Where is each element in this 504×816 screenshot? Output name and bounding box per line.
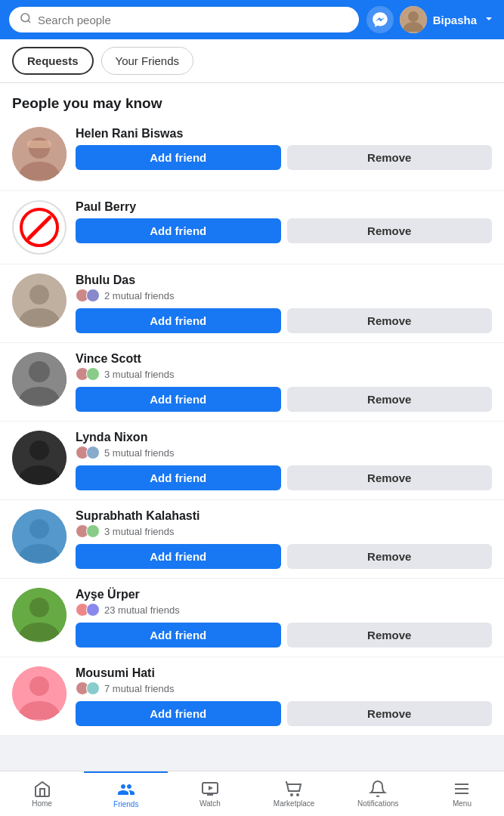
person-info: Paul Berry Add friend Remove [76, 200, 492, 243]
search-bar[interactable] [9, 7, 359, 32]
nav-menu-label: Menu [453, 799, 472, 808]
person-actions: Add friend Remove [76, 308, 492, 333]
add-friend-button[interactable]: Add friend [76, 465, 281, 490]
person-info: Bhulu Das 2 mutual friends Add friend Re… [76, 274, 492, 333]
svg-point-10 [29, 361, 50, 382]
person-actions: Add friend Remove [76, 218, 492, 243]
people-list: Helen Rani Biswas Add friend Remove Paul… [0, 118, 504, 736]
header-right: Bipasha [366, 6, 495, 33]
svg-rect-6 [27, 141, 51, 148]
mutual-count-text: 2 mutual friends [104, 290, 175, 301]
nav-menu[interactable]: Menu [420, 771, 504, 816]
mutual-avatars [76, 682, 97, 695]
mutual-friends-row: 2 mutual friends [76, 289, 492, 302]
mutual-avatars [76, 446, 97, 459]
remove-button[interactable]: Remove [287, 387, 493, 412]
avatar [12, 666, 66, 721]
mutual-friends-row: 5 mutual friends [76, 446, 492, 459]
list-item: Bhulu Das 2 mutual friends Add friend Re… [0, 264, 504, 343]
add-friend-button[interactable]: Add friend [76, 701, 281, 726]
avatar [12, 509, 66, 564]
avatar [12, 127, 66, 181]
list-item: Mousumi Hati 7 mutual friends Add friend… [0, 657, 504, 736]
svg-point-3 [408, 11, 419, 22]
bottom-nav: Home Friends Watch Marketplace Notificat… [0, 771, 504, 816]
tab-your-friends[interactable]: Your Friends [101, 47, 194, 75]
mutual-friends-row: 3 mutual friends [76, 524, 492, 538]
remove-button[interactable]: Remove [287, 623, 493, 648]
add-friend-button[interactable]: Add friend [76, 308, 281, 333]
list-item: Paul Berry Add friend Remove [0, 191, 504, 264]
nav-watch[interactable]: Watch [168, 771, 252, 816]
chevron-down-icon[interactable] [483, 13, 495, 27]
mutual-count-text: 23 mutual friends [104, 604, 180, 616]
mutual-friends-row: 3 mutual friends [76, 367, 492, 381]
person-actions: Add friend Remove [76, 623, 492, 648]
mutual-friends-row: 7 mutual friends [76, 682, 492, 695]
person-name: Paul Berry [76, 200, 492, 214]
username-label: Bipasha [433, 14, 477, 26]
person-info: Mousumi Hati 7 mutual friends Add friend… [76, 666, 492, 726]
add-friend-button[interactable]: Add friend [76, 387, 281, 412]
person-actions: Add friend Remove [76, 465, 492, 490]
person-name: Bhulu Das [76, 274, 492, 287]
mutual-count-text: 7 mutual friends [104, 683, 175, 694]
person-name: Helen Rani Biswas [76, 127, 492, 141]
nav-notifications[interactable]: Notifications [336, 771, 420, 816]
remove-button[interactable]: Remove [287, 145, 493, 170]
person-actions: Add friend Remove [76, 701, 492, 726]
svg-point-21 [291, 794, 292, 796]
mutual-avatar [86, 367, 100, 381]
remove-button[interactable]: Remove [287, 701, 493, 726]
mutual-avatar [86, 603, 100, 617]
mutual-avatar [86, 524, 100, 538]
remove-button[interactable]: Remove [287, 218, 493, 243]
nav-watch-label: Watch [199, 799, 221, 808]
person-name: Suprabhath Kalahasti [76, 509, 492, 523]
remove-button[interactable]: Remove [287, 465, 493, 490]
mutual-avatar [86, 682, 100, 695]
add-friend-button[interactable]: Add friend [76, 145, 281, 170]
person-info: Helen Rani Biswas Add friend Remove [76, 127, 492, 170]
person-name: Ayşe Ürper [76, 588, 492, 601]
list-item: Ayşe Ürper 23 mutual friends Add friend … [0, 579, 504, 657]
no-entry-icon [20, 208, 59, 247]
tabs-row: Requests Your Friends [0, 39, 504, 83]
nav-home-label: Home [32, 799, 52, 808]
person-info: Ayşe Ürper 23 mutual friends Add friend … [76, 588, 492, 648]
section-title: People you may know [0, 83, 504, 118]
app-header: Bipasha [0, 0, 504, 39]
person-actions: Add friend Remove [76, 145, 492, 170]
svg-point-22 [297, 794, 298, 796]
avatar [12, 200, 66, 255]
svg-point-0 [21, 14, 29, 22]
add-friend-button[interactable]: Add friend [76, 544, 281, 569]
search-input[interactable] [38, 14, 348, 26]
nav-marketplace[interactable]: Marketplace [252, 771, 336, 816]
add-friend-button[interactable]: Add friend [76, 218, 281, 243]
mutual-avatars [76, 603, 97, 617]
messenger-button[interactable] [366, 6, 394, 33]
person-actions: Add friend Remove [76, 387, 492, 412]
mutual-avatar [86, 446, 100, 459]
nav-friends[interactable]: Friends [84, 771, 168, 816]
svg-marker-20 [209, 786, 213, 790]
mutual-count-text: 5 mutual friends [104, 447, 175, 459]
svg-point-16 [29, 598, 49, 617]
svg-point-8 [29, 285, 49, 304]
avatar [12, 431, 66, 485]
avatar[interactable] [400, 6, 427, 33]
remove-button[interactable]: Remove [287, 308, 493, 333]
remove-button[interactable]: Remove [287, 544, 493, 569]
svg-line-1 [28, 20, 30, 23]
nav-marketplace-label: Marketplace [274, 799, 314, 808]
add-friend-button[interactable]: Add friend [76, 623, 281, 648]
mutual-count-text: 3 mutual friends [104, 369, 175, 380]
svg-point-18 [29, 676, 49, 696]
tab-requests[interactable]: Requests [12, 47, 94, 75]
nav-friends-label: Friends [113, 800, 138, 808]
mutual-avatars [76, 524, 97, 538]
nav-home[interactable]: Home [0, 771, 84, 816]
person-name: Mousumi Hati [76, 666, 492, 680]
search-icon [20, 12, 32, 27]
